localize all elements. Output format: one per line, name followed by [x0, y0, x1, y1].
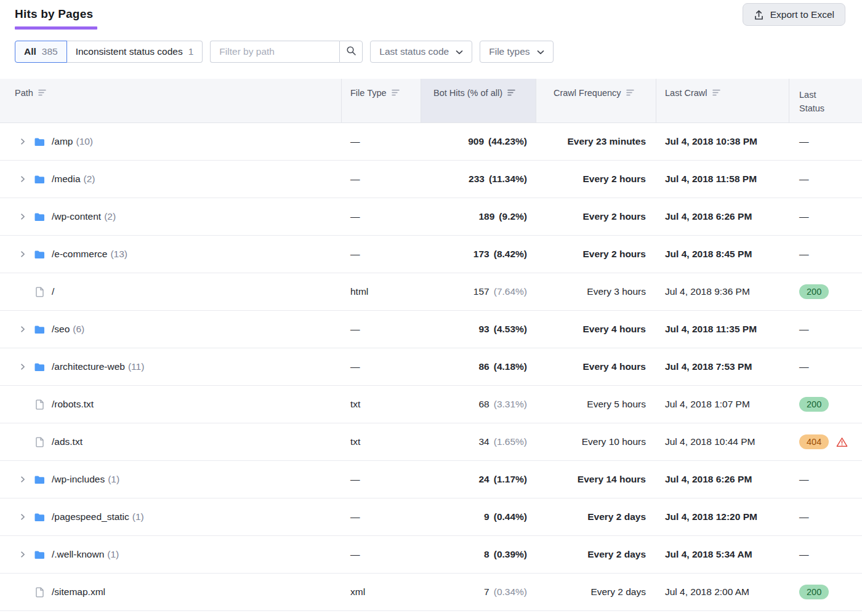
status-dash: — [799, 136, 809, 147]
file-types-dropdown[interactable]: File types [480, 41, 553, 63]
path-count: (1) [107, 549, 119, 559]
last-crawl-cell: Jul 4, 2018 11:58 PM [656, 174, 789, 185]
bot-hits-cell: 233(11.34%) [421, 174, 536, 185]
file-type-cell: txt [342, 399, 421, 410]
expand-chevron-icon[interactable] [18, 175, 27, 183]
export-button-label: Export to Excel [770, 9, 834, 20]
path-label: /seo [52, 324, 70, 334]
table-row[interactable]: /pagespeed_static(1)—9(0.44%)Every 2 day… [0, 498, 862, 536]
search-button[interactable] [339, 41, 363, 63]
last-status-cell: — [789, 324, 862, 335]
file-icon [34, 399, 45, 410]
file-type-cell: — [342, 361, 421, 372]
table-row[interactable]: /wp-content(2)—189(9.2%)Every 2 hoursJul… [0, 198, 862, 236]
last-crawl-cell: Jul 4, 2018 5:34 AM [656, 549, 789, 560]
folder-icon [34, 475, 45, 484]
table-row: /ads.txttxt34(1.65%)Every 10 hoursJul 4,… [0, 423, 862, 461]
status-dash: — [799, 249, 809, 260]
expand-chevron-icon[interactable] [18, 325, 27, 334]
export-icon [754, 9, 764, 20]
last-status-cell: — [789, 361, 862, 372]
path-cell: /sitemap.xml [0, 586, 342, 598]
path-cell: /wp-includes(1) [0, 474, 342, 485]
column-header-bot-hits[interactable]: Bot Hits (% of all) [421, 79, 536, 122]
file-types-dropdown-label: File types [489, 46, 530, 57]
folder-icon [34, 175, 45, 184]
file-type-cell: xml [342, 586, 421, 598]
table-row[interactable]: /media(2)—233(11.34%)Every 2 hoursJul 4,… [0, 161, 862, 198]
path-filter-group [210, 41, 363, 63]
file-type-cell: — [342, 474, 421, 485]
path-cell: /media(2) [0, 174, 342, 185]
last-status-code-dropdown[interactable]: Last status code [370, 41, 472, 63]
crawl-frequency-cell: Every 23 minutes [536, 136, 656, 147]
last-status-cell: — [789, 174, 862, 185]
last-status-cell: 200 [789, 284, 862, 299]
tab-inconsistent-status-codes[interactable]: Inconsistent status codes 1 [67, 41, 203, 63]
expand-chevron-icon[interactable] [18, 212, 27, 221]
bot-hits-cell: 24(1.17%) [421, 474, 536, 485]
top-bar: Hits by Pages Export to Excel [0, 0, 862, 41]
folder-icon [34, 513, 45, 522]
last-status-cell: — [789, 136, 862, 147]
expand-chevron-icon[interactable] [18, 550, 27, 559]
path-cell: /ads.txt [0, 436, 342, 447]
crawl-frequency-cell: Every 10 hours [536, 436, 656, 447]
file-type-cell: — [342, 249, 421, 260]
status-badge: 200 [799, 284, 829, 299]
table-row[interactable]: /seo(6)—93(4.53%)Every 4 hoursJul 4, 201… [0, 311, 862, 348]
path-count: (11) [128, 361, 144, 372]
table-row[interactable]: /.well-known(1)—8(0.39%)Every 2 daysJul … [0, 536, 862, 574]
sort-icon [507, 88, 515, 98]
crawl-frequency-cell: Every 2 days [536, 549, 656, 560]
last-status-cell: — [789, 511, 862, 522]
last-status-cell: 200 [789, 397, 862, 412]
table-row[interactable]: /wp-includes(1)—24(1.17%)Every 14 hoursJ… [0, 461, 862, 498]
path-label: /.well-known [52, 549, 104, 559]
last-crawl-cell: Jul 4, 2018 8:45 PM [656, 249, 789, 260]
path-label: /amp [52, 136, 73, 146]
column-header-crawl-frequency[interactable]: Crawl Frequency [536, 79, 656, 122]
table-body: /amp(10)—909(44.23%)Every 23 minutesJul … [0, 123, 862, 611]
tab-all-label: All [24, 46, 36, 57]
table-row[interactable]: /architecture-web(11)—86(4.18%)Every 4 h… [0, 348, 862, 386]
folder-icon [34, 362, 45, 372]
crawl-frequency-cell: Every 4 hours [536, 361, 656, 372]
tab-all[interactable]: All 385 [15, 41, 67, 63]
last-crawl-cell: Jul 4, 2018 2:00 AM [656, 586, 789, 598]
last-status-cell: — [789, 211, 862, 222]
last-crawl-cell: Jul 4, 2018 9:36 PM [656, 286, 789, 297]
column-header-file-type[interactable]: File Type [342, 79, 421, 122]
sort-icon [38, 88, 46, 98]
last-crawl-cell: Jul 4, 2018 10:44 PM [656, 436, 789, 447]
expand-chevron-icon[interactable] [18, 513, 27, 521]
tab-inconsistent-label: Inconsistent status codes [76, 46, 183, 57]
table-row: /robots.txttxt68(3.31%)Every 5 hoursJul … [0, 386, 862, 423]
sort-icon [712, 88, 720, 98]
chevron-spacer [18, 287, 27, 296]
last-crawl-cell: Jul 4, 2018 12:20 PM [656, 511, 789, 522]
path-label: / [52, 286, 54, 297]
folder-icon [34, 550, 45, 559]
table-row: /sitemap.xmlxml7(0.34%)Every 2 daysJul 4… [0, 574, 862, 611]
expand-chevron-icon[interactable] [18, 137, 27, 146]
chevron-spacer [18, 400, 27, 409]
expand-chevron-icon[interactable] [18, 475, 27, 484]
bot-hits-cell: 9(0.44%) [421, 511, 536, 522]
path-filter-input[interactable] [210, 41, 339, 63]
table-row[interactable]: /e-commerce(13)—173(8.42%)Every 2 hoursJ… [0, 236, 862, 273]
expand-chevron-icon[interactable] [18, 250, 27, 258]
file-type-cell: — [342, 511, 421, 522]
path-count: (1) [108, 474, 119, 484]
status-dash: — [799, 361, 809, 372]
column-header-last-crawl[interactable]: Last Crawl [656, 79, 789, 122]
table-row[interactable]: /amp(10)—909(44.23%)Every 23 minutesJul … [0, 123, 862, 161]
column-header-last-status: Last Status [789, 79, 862, 122]
folder-icon [34, 212, 45, 222]
crawl-frequency-cell: Every 2 hours [536, 249, 656, 260]
file-type-cell: html [342, 286, 421, 297]
column-header-path[interactable]: Path [0, 79, 342, 122]
expand-chevron-icon[interactable] [18, 362, 27, 371]
status-dash: — [799, 474, 809, 485]
export-to-excel-button[interactable]: Export to Excel [743, 3, 845, 26]
